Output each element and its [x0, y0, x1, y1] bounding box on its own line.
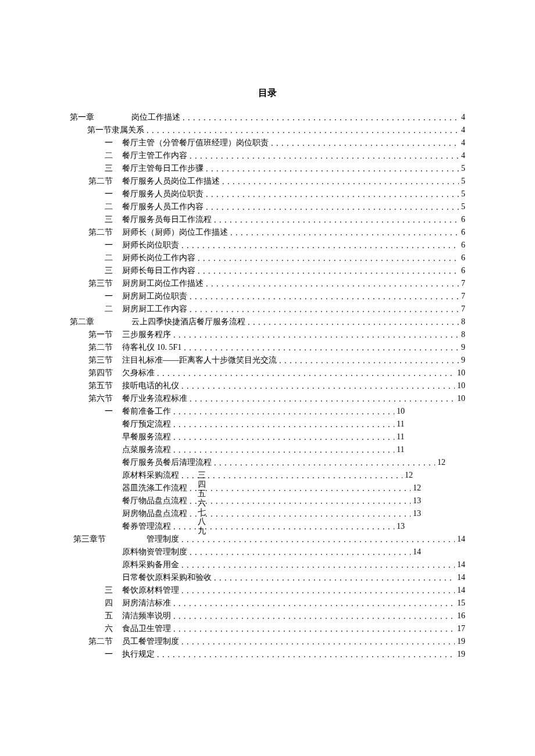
toc-entry-prefix: 第三节	[70, 280, 122, 288]
toc-entry-title: 餐厅服务人员工作内容	[122, 203, 204, 211]
toc-leader-dots	[222, 178, 459, 186]
toc-entry-page: 6	[461, 267, 465, 275]
toc-leader-dots	[190, 293, 459, 301]
toc-entry-page: 8	[461, 331, 465, 339]
toc-entry: 第二节餐厅服务人员岗位工作描述5	[70, 177, 465, 185]
toc-entry: 四厨房清洁标准15	[70, 599, 465, 607]
toc-entry-title: 器皿洗涤工作流程	[122, 484, 187, 492]
toc-leader-dots	[206, 165, 459, 173]
toc-entry-prefix: 一	[70, 292, 122, 300]
stacked-numeral: 四	[194, 480, 210, 489]
toc-entry: 六食品卫生管理17	[70, 625, 465, 633]
toc-entry-page: 4	[461, 113, 465, 121]
toc-entry-prefix: 第四节	[70, 369, 122, 377]
toc-entry-title: 原料采购备用金	[122, 561, 179, 569]
toc-entry-title: 餐券管理流程	[122, 522, 171, 531]
toc-leader-dots	[181, 536, 455, 544]
toc-entry-page: 14	[457, 586, 465, 594]
toc-entry-title: 厨师长每日工作内容	[122, 267, 195, 275]
toc-entry-prefix: 二	[70, 203, 122, 211]
toc-entry-title: 厨房清洁标准	[122, 599, 171, 607]
toc-entry-page: 7	[461, 305, 465, 313]
toc-entry: 原料采购备用金14	[70, 561, 465, 569]
toc-leader-dots	[147, 127, 459, 135]
toc-entry-page: 8	[461, 318, 465, 326]
toc-entry-page: 10	[457, 382, 465, 390]
toc-entry: 原料物资管理制度14	[70, 548, 465, 556]
toc-entry-page: 12	[405, 471, 413, 479]
toc-leader-dots	[214, 216, 459, 224]
toc-entry-prefix: 三	[70, 267, 122, 275]
toc-entry-page: 14	[457, 535, 465, 543]
toc-leader-dots	[181, 587, 455, 595]
toc-entry-title: 餐前准备工作	[122, 407, 171, 415]
toc-entry-page: 6	[461, 241, 465, 249]
toc-leader-dots	[173, 612, 455, 621]
toc-entry: 三厨师长每日工作内容6	[70, 267, 465, 275]
toc-entry: 第一章岗位工作描述4	[70, 113, 465, 121]
toc-entry-page: 5	[461, 164, 465, 173]
toc-entry-title: 早餐服务流程	[122, 433, 171, 441]
toc-entry-prefix: 第二节	[70, 228, 122, 237]
toc-entry-page: 11	[397, 433, 404, 441]
toc-leader-dots	[157, 651, 455, 659]
toc-entry-page: 5	[461, 203, 465, 211]
toc-entry: 餐券管理流程13	[70, 522, 465, 531]
toc-leader-dots	[183, 114, 459, 122]
toc-entry: 第三节厨房厨工岗位工作描述7	[70, 280, 465, 288]
toc-entry-title: 原料物资管理制度	[122, 548, 187, 556]
toc-entry-prefix: 一	[70, 139, 122, 147]
toc-entry-prefix: 第二节	[70, 637, 122, 646]
toc-entry-title: 云上四季快捷酒店餐厅服务流程	[131, 318, 245, 326]
toc-leader-dots	[206, 203, 459, 212]
toc-leader-dots	[248, 318, 459, 327]
toc-leader-dots	[173, 625, 455, 633]
toc-entry: 第五节接听电话的礼仪10	[70, 382, 465, 390]
toc-entry: 三餐厅主管每日工作步骤5	[70, 164, 465, 173]
stacked-numeral: 七	[194, 508, 210, 517]
toc-entry-title: 餐厅预定流程	[122, 420, 171, 428]
toc-entry-title: 餐厅主管工作内容	[122, 152, 187, 160]
toc-entry-prefix: 六	[70, 625, 122, 633]
toc-entry-title: 清洁频率说明	[122, 612, 171, 620]
toc-entry-title: 厨房厨工工作内容	[122, 305, 187, 313]
toc-leader-dots	[173, 433, 394, 442]
toc-entry: 一餐厅服务人员岗位职责5	[70, 190, 465, 198]
toc-leader-dots	[190, 485, 411, 493]
toc-entry-page: 5	[461, 190, 465, 198]
toc-entry: 第三章节 管理制度14	[70, 535, 465, 543]
toc-entry: 第二节待客礼仪 10. 5F19	[70, 343, 465, 352]
page-title: 目录	[70, 87, 465, 99]
toc-entry: 二厨师长岗位工作内容6	[70, 254, 465, 262]
toc-entry-prefix: 一	[70, 241, 122, 249]
toc-entry-page: 15	[457, 599, 465, 607]
toc-entry-prefix: 第一节	[70, 126, 112, 134]
toc-entry-title: 员工餐管理制度	[122, 637, 179, 646]
toc-entry-prefix: 四	[70, 599, 122, 607]
toc-entry: 第一节三步服务程序8	[70, 331, 465, 339]
toc-entry-title: 点菜服务流程	[122, 446, 171, 454]
toc-entry-page: 13	[413, 510, 421, 518]
toc-leader-dots	[173, 421, 394, 429]
toc-entry: 第二节员工餐管理制度19	[70, 637, 465, 646]
toc-leader-dots	[279, 357, 459, 365]
toc-entry: 第一节隶属关系4	[70, 126, 465, 134]
toc-entry-title: 三步服务程序	[122, 331, 171, 339]
toc-entry-prefix: 第一节	[70, 331, 122, 339]
toc-entry: 日常餐饮原料采购和验收14	[70, 574, 465, 582]
toc-leader-dots	[198, 267, 459, 275]
toc-leader-dots	[190, 497, 411, 506]
toc-entry: 餐厅预定流程11	[70, 420, 465, 428]
toc-leader-dots	[173, 446, 394, 454]
toc-entry-title: 待客礼仪 10. 5F1	[122, 343, 181, 352]
toc-entry-title: 厨师长岗位工作内容	[122, 254, 195, 262]
toc-entry-page: 14	[457, 561, 465, 569]
toc-leader-dots	[190, 395, 455, 403]
toc-entry: 五清洁频率说明16	[70, 612, 465, 620]
toc-entry-page: 11	[397, 420, 404, 428]
toc-leader-dots	[198, 255, 459, 263]
toc-entry-page: 12	[437, 458, 445, 467]
toc-leader-dots	[181, 242, 459, 250]
toc-entry-prefix: 三	[70, 586, 122, 594]
toc-entry-page: 11	[397, 446, 404, 454]
